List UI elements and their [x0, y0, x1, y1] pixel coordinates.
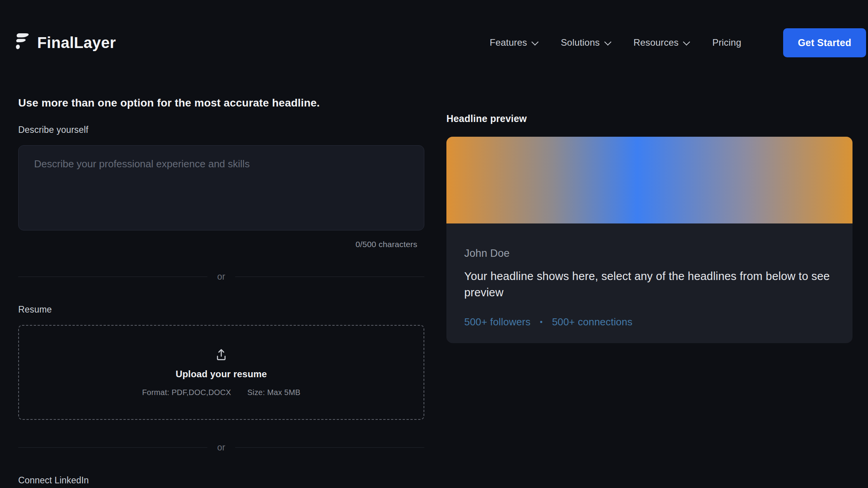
- brand-name: FinalLayer: [37, 34, 116, 52]
- nav-item-pricing[interactable]: Pricing: [712, 37, 741, 48]
- finallayer-logo-icon: [12, 32, 32, 53]
- followers-count: 500+ followers: [464, 316, 530, 328]
- nav-label-features: Features: [490, 37, 527, 48]
- describe-yourself-label: Describe yourself: [18, 125, 424, 135]
- connect-linkedin-label: Connect LinkedIn: [18, 475, 424, 486]
- resume-label: Resume: [18, 304, 424, 315]
- preview-heading: Headline preview: [446, 113, 852, 124]
- top-navigation-bar: FinalLayer Features Solutions Resources …: [0, 0, 868, 66]
- or-divider-label: or: [217, 442, 226, 453]
- connections-count: 500+ connections: [552, 316, 632, 328]
- chevron-down-icon: [604, 38, 611, 45]
- profile-banner: [446, 137, 852, 223]
- upload-title: Upload your resume: [176, 369, 267, 380]
- divider-line: [235, 277, 424, 277]
- main-nav: Features Solutions Resources Pricing Get…: [490, 28, 866, 57]
- upload-size-text: Size: Max 5MB: [247, 388, 300, 397]
- profile-card-body: John Doe Your headline shows here, selec…: [446, 223, 852, 328]
- brand-logo[interactable]: FinalLayer: [12, 32, 116, 53]
- resume-upload-dropzone[interactable]: Upload your resume Format: PDF,DOC,DOCX …: [18, 325, 424, 420]
- headline-preview-panel: Headline preview John Doe Your headline …: [446, 97, 852, 486]
- chevron-down-icon: [683, 38, 690, 45]
- divider-line: [235, 447, 424, 448]
- profile-stats: 500+ followers • 500+ connections: [464, 316, 835, 328]
- nav-label-pricing: Pricing: [712, 37, 741, 48]
- upload-requirements: Format: PDF,DOC,DOCX Size: Max 5MB: [142, 388, 301, 397]
- linkedin-profile-preview-card: John Doe Your headline shows here, selec…: [446, 137, 852, 343]
- character-counter: 0/500 characters: [18, 240, 424, 249]
- or-divider: or: [18, 271, 424, 282]
- get-started-button[interactable]: Get Started: [783, 28, 866, 57]
- nav-label-resources: Resources: [634, 37, 679, 48]
- divider-line: [18, 277, 207, 277]
- nav-item-solutions[interactable]: Solutions: [561, 37, 610, 48]
- upload-format-text: Format: PDF,DOC,DOCX: [142, 388, 231, 397]
- or-divider-label: or: [217, 271, 226, 282]
- chevron-down-icon: [532, 38, 539, 45]
- divider-line: [18, 447, 207, 448]
- form-heading: Use more than one option for the most ac…: [18, 97, 424, 109]
- nav-item-features[interactable]: Features: [490, 37, 537, 48]
- page-content: Use more than one option for the most ac…: [0, 66, 868, 486]
- nav-item-resources[interactable]: Resources: [634, 37, 689, 48]
- upload-icon: [214, 348, 228, 362]
- or-divider: or: [18, 442, 424, 453]
- profile-name: John Doe: [464, 247, 835, 259]
- dot-separator: •: [540, 318, 542, 326]
- headline-input-panel: Use more than one option for the most ac…: [18, 97, 424, 486]
- nav-label-solutions: Solutions: [561, 37, 600, 48]
- profile-headline-placeholder: Your headline shows here, select any of …: [464, 268, 835, 301]
- describe-yourself-input[interactable]: [18, 145, 424, 230]
